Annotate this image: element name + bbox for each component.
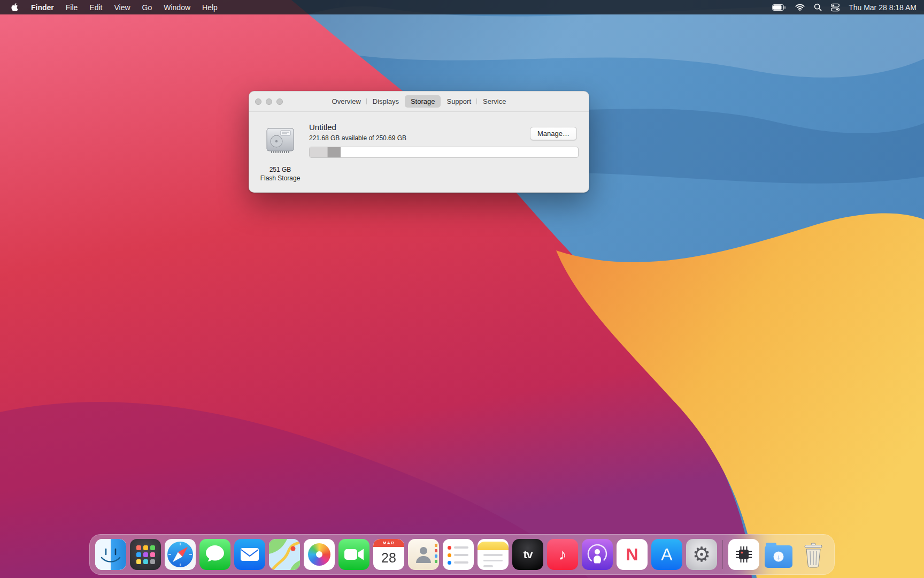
zoom-button[interactable] — [276, 98, 283, 105]
dock-music-icon[interactable]: ♪ — [547, 539, 578, 570]
dock-downloads-icon[interactable]: ↓ — [763, 539, 794, 570]
desktop-wallpaper — [0, 0, 924, 578]
menu-finder[interactable]: Finder — [25, 3, 60, 12]
dock-chip-utility-icon[interactable] — [728, 539, 759, 570]
dock-messages-icon[interactable] — [199, 539, 230, 570]
menu-bar-menus: Finder File Edit View Go Window Help — [0, 0, 224, 14]
contacts-tab-icon — [435, 560, 437, 563]
search-icon[interactable] — [814, 3, 822, 11]
storage-usage-bar — [309, 147, 579, 158]
wifi-icon[interactable] — [795, 4, 805, 11]
chip-icon — [728, 539, 759, 570]
storage-used-segment-light — [310, 147, 328, 157]
podcasts-waves-icon — [582, 539, 613, 570]
dock-news-icon[interactable]: N — [617, 539, 648, 570]
contacts-tab-icon — [435, 549, 437, 552]
dock-photos-icon[interactable] — [304, 539, 335, 570]
flash-storage-disk-icon — [264, 124, 296, 156]
apple-menu[interactable] — [0, 3, 25, 12]
dock-reminders-icon[interactable] — [443, 539, 474, 570]
dock-notes-icon[interactable] — [478, 539, 509, 570]
trash-can-icon — [798, 539, 829, 570]
map-icon — [269, 539, 300, 570]
music-note-icon: ♪ — [559, 545, 567, 564]
dock-podcasts-icon[interactable] — [582, 539, 613, 570]
dock-calendar-icon[interactable]: MAR 28 — [373, 539, 404, 570]
photos-pinwheel-icon — [308, 543, 330, 566]
envelope-icon — [234, 539, 265, 570]
reminder-row-icon — [448, 546, 468, 550]
dock-facetime-icon[interactable] — [338, 539, 369, 570]
video-camera-icon — [338, 539, 369, 570]
calendar-day-label: 28 — [373, 547, 404, 570]
menu-edit[interactable]: Edit — [83, 3, 108, 12]
reminder-row-icon — [448, 553, 468, 557]
download-arrow-icon: ↓ — [774, 552, 784, 562]
reminder-row-icon — [448, 561, 468, 565]
window-controls — [255, 98, 283, 105]
storage-used-segment-dark — [328, 147, 341, 157]
battery-icon[interactable] — [772, 4, 786, 11]
dock-trash-icon[interactable] — [798, 539, 829, 570]
dock-maps-icon[interactable] — [269, 539, 300, 570]
gear-icon: ⚙ — [692, 544, 711, 565]
dock-launchpad-icon[interactable] — [130, 539, 161, 570]
disk-capacity: 251 GB — [249, 165, 311, 174]
menu-bar: Finder File Edit View Go Window Help — [0, 0, 924, 14]
storage-pane: 251 GB Flash Storage Untitled 221.68 GB … — [249, 112, 589, 193]
dock-separator — [722, 540, 723, 569]
tab-service[interactable]: Service — [477, 95, 512, 108]
dock-finder-icon[interactable] — [95, 539, 126, 570]
dock-app-store-icon[interactable]: A — [651, 539, 682, 570]
disk-caption: 251 GB Flash Storage — [249, 165, 311, 182]
dock-contacts-icon[interactable] — [408, 539, 439, 570]
menu-file[interactable]: File — [60, 3, 84, 12]
dock: MAR 28 tv ♪ N A — [89, 534, 835, 575]
menu-view[interactable]: View — [108, 3, 136, 12]
tab-displays[interactable]: Displays — [367, 95, 405, 108]
about-this-mac-window: Overview Displays Storage Support Servic… — [249, 91, 589, 193]
app-store-logo-label: A — [661, 545, 672, 565]
notes-line-icon — [483, 554, 503, 556]
menu-help[interactable]: Help — [196, 3, 224, 12]
window-titlebar[interactable]: Overview Displays Storage Support Servic… — [249, 92, 589, 112]
volume-availability: 221.68 GB available of 250.69 GB — [309, 134, 406, 142]
minimize-button[interactable] — [266, 98, 272, 105]
launchpad-grid-icon — [136, 545, 155, 564]
menu-bar-clock[interactable]: Thu Mar 28 8:18 AM — [849, 3, 917, 12]
person-silhouette-icon — [416, 547, 431, 563]
dock-safari-icon[interactable] — [165, 539, 196, 570]
menu-bar-status: Thu Mar 28 8:18 AM — [772, 3, 924, 12]
menu-go[interactable]: Go — [136, 3, 158, 12]
chat-bubble-icon — [199, 539, 230, 570]
news-logo-label: N — [626, 545, 638, 565]
manage-button[interactable]: Manage… — [530, 127, 577, 140]
apple-logo-icon — [11, 3, 19, 12]
tab-support[interactable]: Support — [441, 95, 477, 108]
safari-compass-icon — [165, 539, 196, 570]
contacts-tab-icon — [435, 544, 437, 547]
disk-media-type: Flash Storage — [249, 174, 311, 182]
tab-storage[interactable]: Storage — [405, 95, 441, 108]
notes-line-icon — [483, 565, 493, 567]
notes-header-icon — [478, 542, 509, 550]
control-center-icon[interactable] — [831, 3, 840, 12]
finder-face-icon — [95, 539, 126, 570]
dock-mail-icon[interactable] — [234, 539, 265, 570]
close-button[interactable] — [255, 98, 261, 105]
volume-name: Untitled — [309, 123, 336, 132]
dock-tv-icon[interactable]: tv — [512, 539, 543, 570]
downloads-folder-icon: ↓ — [765, 545, 792, 568]
window-tabs: Overview Displays Storage Support Servic… — [326, 95, 512, 108]
tab-overview[interactable]: Overview — [326, 95, 367, 108]
calendar-month-label: MAR — [373, 539, 404, 547]
contacts-tab-icon — [435, 554, 437, 558]
tv-logo-label: tv — [523, 548, 533, 561]
menu-window[interactable]: Window — [158, 3, 196, 12]
notes-line-icon — [483, 560, 503, 562]
dock-system-preferences-icon[interactable]: ⚙ — [686, 539, 717, 570]
